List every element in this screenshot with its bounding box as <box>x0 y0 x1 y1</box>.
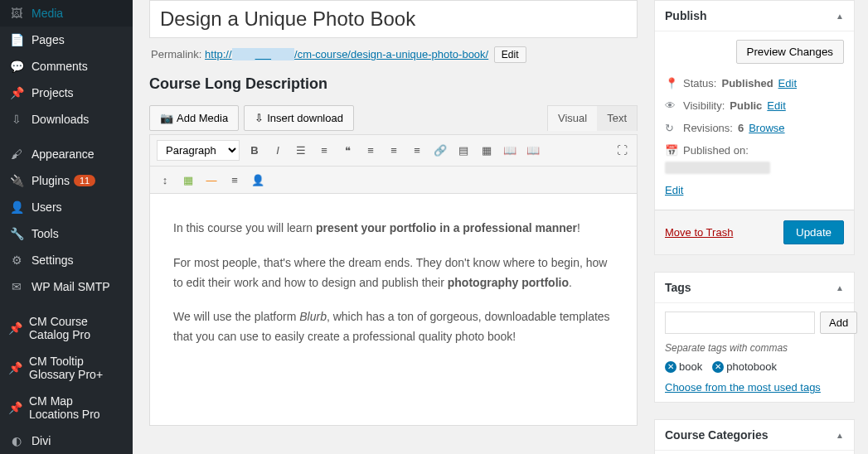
pin-icon: 📌 <box>8 321 22 335</box>
sidebar-item-appearance[interactable]: 🖌Appearance <box>0 141 133 167</box>
edit-date-link[interactable]: Edit <box>665 184 683 196</box>
permalink-domain-redacted: xxx <box>232 48 295 60</box>
more-tag-button[interactable]: ▤ <box>455 142 472 159</box>
download-icon: ⇩ <box>255 112 264 124</box>
sidebar-item-settings[interactable]: ⚙Settings <box>0 247 133 273</box>
tag-item: ✕photobook <box>712 360 777 373</box>
remove-tag-icon[interactable]: ✕ <box>665 361 676 373</box>
sidebar-item-cm-tooltip[interactable]: 📌CM Tooltip Glossary Pro+ <box>0 348 133 388</box>
sidebar-item-label: Users <box>32 200 62 214</box>
bold-button[interactable]: B <box>246 142 263 159</box>
sliders-icon: ⚙ <box>8 254 25 267</box>
categories-heading[interactable]: Course Categories▲ <box>655 420 854 451</box>
permalink-link[interactable]: http://xxx/cm-course/design-a-unique-pho… <box>205 48 488 60</box>
format-select[interactable]: Paragraph <box>157 140 240 161</box>
sidebar-item-label: Media <box>32 7 63 20</box>
blockquote-button[interactable]: ❝ <box>339 142 356 159</box>
sidebar-item-pages[interactable]: 📄Pages <box>0 27 133 53</box>
main-content: Permalink: http://xxx/cm-course/design-a… <box>133 0 654 454</box>
publish-heading[interactable]: Publish▲ <box>655 1 854 31</box>
italic-button[interactable]: I <box>269 142 286 159</box>
align-left-button[interactable]: ≡ <box>362 142 379 159</box>
sidebar-item-label: Settings <box>32 254 74 267</box>
mail-icon: ✉ <box>8 280 25 293</box>
tag-input[interactable] <box>665 312 815 334</box>
pin-icon: 📍 <box>665 77 678 89</box>
media-icon: 🖼 <box>8 7 25 20</box>
bullet-list-button[interactable]: ☰ <box>293 142 309 159</box>
pin-icon: 📌 <box>8 401 22 414</box>
sidebar-item-cm-map[interactable]: 📌CM Map Locations Pro <box>0 388 133 427</box>
sidebar-item-label: Comments <box>32 60 88 73</box>
sort-icon[interactable]: ↕ <box>157 171 173 188</box>
sidebar-item-users[interactable]: 👤Users <box>0 194 133 220</box>
sidebar-item-plugins[interactable]: 🔌Plugins11 <box>0 167 133 194</box>
editor-tab-visual[interactable]: Visual <box>548 106 597 131</box>
divi-icon: ◐ <box>8 434 25 447</box>
choose-tags-link[interactable]: Choose from the most used tags <box>665 381 821 394</box>
align-right-button[interactable]: ≡ <box>409 142 425 159</box>
sidebar-item-label: CM Tooltip Glossary Pro+ <box>29 355 124 381</box>
tags-heading[interactable]: Tags▲ <box>655 273 854 303</box>
editor-tab-text[interactable]: Text <box>597 106 637 131</box>
sidebar-item-divi[interactable]: ◐Divi <box>0 427 133 454</box>
preview-changes-button[interactable]: Preview Changes <box>736 40 844 64</box>
list-icon[interactable]: ≡ <box>226 171 243 188</box>
eye-icon: 👁 <box>665 99 678 112</box>
edit-permalink-button[interactable]: Edit <box>494 46 526 63</box>
caret-up-icon: ▲ <box>836 283 844 292</box>
edit-status-link[interactable]: Edit <box>778 77 797 89</box>
sidebar-item-cm-course[interactable]: 📌CM Course Catalog Pro <box>0 308 133 348</box>
sidebar-item-media[interactable]: 🖼Media <box>0 0 133 27</box>
plugin-count-badge: 11 <box>74 175 95 186</box>
hr-icon[interactable]: — <box>203 171 220 188</box>
fullscreen-button[interactable]: ⛶ <box>613 142 630 159</box>
add-media-button[interactable]: 📷Add Media <box>149 105 239 131</box>
tag-item: ✕book <box>665 360 702 373</box>
revisions-icon: ↻ <box>665 122 678 134</box>
sidebar-item-downloads[interactable]: ⇩Downloads <box>0 106 133 133</box>
sidebar-item-label: Appearance <box>32 147 95 161</box>
sidebar-item-label: CM Map Locations Pro <box>29 394 124 421</box>
caret-up-icon: ▲ <box>836 12 844 21</box>
pin-icon: 📌 <box>8 361 22 374</box>
move-to-trash-link[interactable]: Move to Trash <box>665 226 733 239</box>
insert-download-button[interactable]: ⇩Insert download <box>244 105 354 131</box>
remove-tag-icon[interactable]: ✕ <box>712 361 724 373</box>
post-title-input[interactable] <box>149 0 638 38</box>
edit-visibility-link[interactable]: Edit <box>767 99 785 112</box>
content-editor[interactable]: In this course you will learn present yo… <box>149 194 638 426</box>
link-button[interactable]: 🔗 <box>432 142 449 159</box>
sidebar-item-tools[interactable]: 🔧Tools <box>0 220 133 247</box>
projects-icon: 📌 <box>8 86 25 99</box>
sidebar-item-label: Projects <box>32 86 74 99</box>
update-button[interactable]: Update <box>783 220 844 244</box>
number-list-button[interactable]: ≡ <box>316 142 332 159</box>
sidebar-item-comments[interactable]: 💬Comments <box>0 53 133 80</box>
pages-icon: 📄 <box>8 33 25 46</box>
wrench-icon: 🔧 <box>8 227 25 240</box>
editor-toolbar-row1: Paragraph B I ☰ ≡ ❝ ≡ ≡ ≡ 🔗 ▤ ▦ 📖 📖 ⛶ <box>149 134 638 167</box>
sidebar-item-projects[interactable]: 📌Projects <box>0 80 133 106</box>
categories-metabox: Course Categories▲ All Course Categories… <box>654 419 855 454</box>
apps-icon[interactable]: ▦ <box>180 171 196 188</box>
user-icon: 👤 <box>8 200 25 214</box>
publish-metabox: Publish▲ Preview Changes 📍Status: Publis… <box>654 0 855 255</box>
glossary-icon-2[interactable]: 📖 <box>525 142 541 159</box>
sidebar-item-label: Plugins <box>32 174 70 187</box>
sidebar-item-label: Downloads <box>32 113 89 126</box>
downloads-icon: ⇩ <box>8 113 25 126</box>
admin-sidebar: 🖼Media 📄Pages 💬Comments 📌Projects ⇩Downl… <box>0 0 133 454</box>
sidebar-item-label: Divi <box>32 434 51 447</box>
long-description-heading: Course Long Description <box>149 75 638 93</box>
align-center-button[interactable]: ≡ <box>386 142 402 159</box>
toolbar-toggle-button[interactable]: ▦ <box>478 142 495 159</box>
add-tag-button[interactable]: Add <box>820 312 857 334</box>
calendar-icon: 📅 <box>665 144 678 157</box>
user-lock-icon[interactable]: 👤 <box>250 171 266 188</box>
editor-toolbar-row2: ↕ ▦ — ≡ 👤 <box>149 167 638 194</box>
permalink-row: Permalink: http://xxx/cm-course/design-a… <box>151 46 638 63</box>
browse-revisions-link[interactable]: Browse <box>749 122 784 134</box>
sidebar-item-smtp[interactable]: ✉WP Mail SMTP <box>0 273 133 300</box>
glossary-icon[interactable]: 📖 <box>502 142 518 159</box>
